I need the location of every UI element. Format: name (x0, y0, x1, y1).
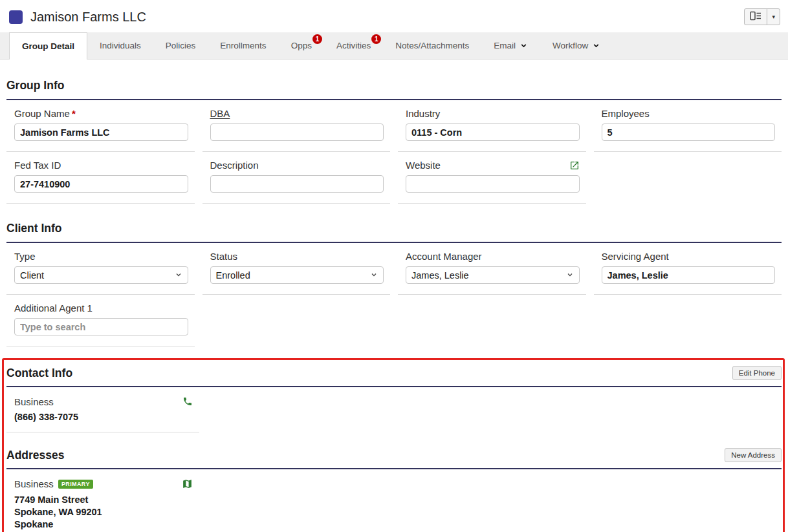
client-info-heading: Client Info (6, 204, 782, 243)
industry-label: Industry (406, 108, 580, 119)
servicing-agent-label: Servicing Agent (602, 251, 776, 262)
group-name-label: Group Name* (14, 108, 188, 119)
client-info-grid: Type Client Status Enrolled Account Mana… (6, 243, 782, 346)
select-chevron-icon (566, 270, 574, 281)
tab-label: Email (494, 41, 516, 50)
field-servicing-agent: Servicing Agent (594, 243, 782, 295)
field-additional-agent-1: Additional Agent 1 (6, 295, 195, 346)
external-link-icon[interactable] (569, 160, 580, 171)
page-header: Jamison Farms LLC ▾ (0, 0, 788, 32)
description-label: Description (210, 160, 384, 171)
fed-tax-id-label: Fed Tax ID (14, 160, 188, 171)
account-manager-label: Account Manager (406, 251, 580, 262)
website-input[interactable] (406, 175, 580, 193)
website-label: Website (406, 160, 441, 171)
tab-bar: Group Detail Individuals Policies Enroll… (0, 32, 788, 59)
group-icon (9, 10, 23, 24)
empty-cell (594, 295, 782, 346)
phone-number: (866) 338-7075 (14, 412, 193, 422)
title-wrap: Jamison Farms LLC (9, 10, 146, 25)
tab-label: Enrollments (220, 41, 266, 50)
field-fed-tax-id: Fed Tax ID (6, 152, 195, 204)
address-line-3: Spokane (14, 518, 193, 531)
addresses-heading: Addresses (6, 449, 65, 462)
status-select[interactable]: Enrolled (210, 266, 384, 284)
tab-email[interactable]: Email (481, 32, 540, 59)
employees-input[interactable] (602, 123, 776, 141)
header-dropdown-button[interactable]: ▾ (767, 8, 780, 25)
address-type-label: BusinessPRIMARY (14, 478, 93, 489)
tab-opps[interactable]: Opps 1 (279, 32, 324, 59)
tab-label: Workflow (553, 41, 588, 50)
phone-icon[interactable] (182, 396, 193, 407)
industry-input[interactable] (406, 123, 580, 141)
account-manager-select[interactable]: James, Leslie (406, 266, 580, 284)
address-entry: BusinessPRIMARY 7749 Main Street Spokane… (6, 469, 199, 532)
additional-agent-1-label: Additional Agent 1 (14, 303, 188, 314)
select-chevron-icon (175, 270, 182, 281)
tab-workflow[interactable]: Workflow (540, 32, 613, 59)
empty-cell (398, 295, 586, 346)
tab-label: Activities (336, 41, 371, 50)
type-label: Type (14, 251, 188, 262)
status-label: Status (210, 251, 384, 262)
account-manager-select-value: James, Leslie (411, 270, 469, 281)
description-input[interactable] (210, 175, 384, 193)
addresses-header-row: Addresses New Address (6, 432, 782, 469)
tab-label: Individuals (100, 41, 141, 50)
chevron-down-icon (592, 41, 600, 50)
field-status: Status Enrolled (202, 243, 391, 295)
field-account-manager: Account Manager James, Leslie (398, 243, 586, 295)
contact-info-heading: Contact Info (6, 367, 72, 380)
field-dba: DBA (202, 100, 391, 152)
group-name-input[interactable] (14, 123, 188, 141)
tab-label: Notes/Attachments (395, 41, 469, 50)
tab-individuals[interactable]: Individuals (87, 32, 153, 59)
group-info-heading: Group Info (6, 59, 782, 100)
tab-label: Opps (291, 41, 312, 50)
additional-agent-1-input[interactable] (14, 318, 188, 335)
type-select[interactable]: Client (14, 266, 188, 284)
contact-info-header-row: Contact Info Edit Phone (6, 346, 782, 387)
tab-group-detail[interactable]: Group Detail (9, 32, 87, 59)
servicing-agent-input[interactable] (602, 266, 776, 284)
dba-label: DBA (210, 108, 384, 119)
opps-count-badge: 1 (312, 34, 322, 44)
field-industry: Industry (398, 100, 586, 152)
header-actions: ▾ (744, 8, 780, 25)
chevron-down-icon (520, 41, 528, 50)
activities-count-badge: 1 (371, 34, 381, 44)
status-select-value: Enrolled (216, 270, 250, 281)
required-asterisk: * (72, 108, 76, 119)
contact-addresses-section: Contact Info Edit Phone Business (866) 3… (6, 346, 782, 532)
empty-cell (202, 295, 391, 346)
dba-input[interactable] (210, 123, 384, 141)
field-description: Description (202, 152, 391, 204)
tab-enrollments[interactable]: Enrollments (208, 32, 278, 59)
address-line-1: 7749 Main Street (14, 494, 193, 506)
field-employees: Employees (594, 100, 782, 152)
field-type: Type Client (6, 243, 195, 295)
empty-cell (594, 152, 782, 204)
new-address-button[interactable]: New Address (725, 448, 782, 462)
phone-entry: Business (866) 338-7075 (6, 387, 199, 432)
tab-label: Group Detail (22, 41, 74, 51)
tab-activities[interactable]: Activities 1 (324, 32, 383, 59)
group-info-grid: Group Name* DBA Industry Employees Fed T… (6, 100, 782, 204)
tab-notes-attachments[interactable]: Notes/Attachments (383, 32, 481, 59)
address-line-2: Spokane, WA 99201 (14, 506, 193, 518)
tab-policies[interactable]: Policies (153, 32, 208, 59)
select-chevron-icon (370, 270, 378, 281)
employees-label: Employees (602, 108, 776, 119)
page-title: Jamison Farms LLC (30, 10, 146, 25)
list-detail-view-button[interactable] (744, 8, 767, 25)
fed-tax-id-input[interactable] (14, 175, 188, 193)
tab-label: Policies (166, 41, 196, 50)
list-detail-view-icon (750, 11, 761, 23)
edit-phone-button[interactable]: Edit Phone (732, 366, 782, 380)
phone-type-label: Business (14, 396, 54, 407)
main-content: Group Info Group Name* DBA Industry Empl… (0, 59, 788, 532)
primary-badge: PRIMARY (58, 480, 93, 489)
map-icon[interactable] (182, 478, 193, 489)
field-website: Website (398, 152, 586, 204)
